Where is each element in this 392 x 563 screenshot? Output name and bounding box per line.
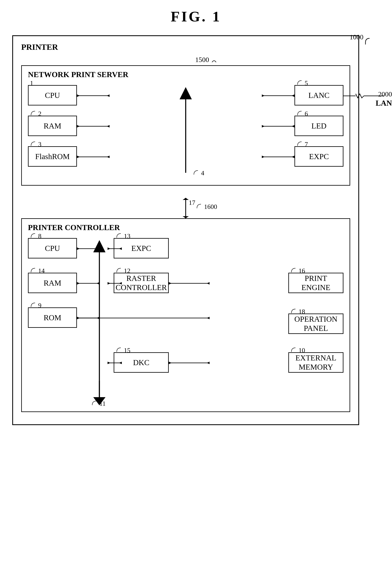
svg-marker-13 [262, 94, 265, 97]
svg-marker-30 [96, 247, 99, 250]
svg-marker-8 [107, 125, 110, 128]
ref-5: 5 [297, 79, 308, 87]
ref-3: 3 [30, 141, 41, 148]
ref-17: 17 [189, 199, 195, 206]
svg-marker-38 [107, 247, 110, 250]
svg-marker-14 [292, 94, 294, 97]
svg-marker-29 [77, 247, 80, 250]
ref-15: 15 [116, 346, 131, 354]
svg-marker-44 [107, 362, 110, 364]
svg-marker-47 [169, 282, 172, 284]
svg-marker-16 [262, 125, 265, 128]
pc-dkc-box: DKC [114, 352, 169, 373]
lanc-bus-arrow [262, 94, 294, 98]
svg-marker-20 [292, 156, 294, 158]
ref-6: 6 [297, 110, 308, 117]
nps-label: NETWORK PRINT SERVER [28, 70, 343, 79]
svg-marker-19 [262, 156, 265, 158]
flashrom-bus-arrow [77, 155, 110, 159]
pc-ram-bus-arrow [77, 281, 99, 285]
nps-cpu-box: CPU [28, 85, 77, 105]
pc-print-engine-box: PRINTENGINE [288, 273, 343, 293]
ref-13: 13 [116, 232, 131, 240]
ref-9: 9 [30, 302, 41, 309]
pc-section: PRINTER CONTROLLER 8 CPU 14 RAM [21, 218, 350, 412]
nps-bus-arrow [178, 85, 194, 173]
pc-down-arrow [91, 381, 107, 405]
ref-16: 16 [290, 267, 305, 275]
printer-label: PRINTER [21, 42, 350, 52]
pc-rom-box: ROM [28, 307, 77, 328]
svg-marker-45 [119, 362, 122, 364]
cpu-bus-arrow [77, 94, 110, 98]
ref-1500: 1500 [195, 56, 209, 64]
rom-opanel-arrow [77, 316, 209, 320]
ref-14: 14 [30, 267, 45, 275]
pc-external-memory-box: EXTERNALMEMORY [288, 352, 343, 373]
ref-4: 4 [193, 169, 204, 177]
bus-dkc-arrow [107, 361, 122, 365]
nps-expc-box: EXPC [294, 146, 343, 167]
pc-label: PRINTER CONTROLLER [28, 223, 343, 232]
bus-raster-arrow [107, 281, 122, 285]
pc-ram-box: RAM [28, 273, 77, 293]
svg-marker-50 [77, 317, 80, 319]
pc-cpu-bus-arrow [77, 247, 99, 251]
printer-box: PRINTER 1500 NETWORK PRINT SERVER 1 CPU [12, 35, 359, 425]
ref-12: 12 [116, 267, 131, 275]
svg-marker-2 [180, 87, 192, 99]
svg-marker-17 [292, 125, 294, 128]
ref-1600: 1600 [196, 203, 217, 211]
ref-1: 1 [30, 79, 33, 87]
svg-marker-24 [183, 216, 189, 218]
svg-marker-41 [107, 282, 110, 284]
svg-marker-10 [77, 156, 80, 158]
nps-section: NETWORK PRINT SERVER 1 CPU 2 RAM [21, 65, 350, 186]
svg-marker-25 [183, 198, 189, 200]
bus-expc-arrow [107, 247, 122, 251]
expc-nps-bus-arrow [262, 155, 294, 159]
svg-marker-54 [207, 362, 209, 364]
led-bus-arrow [262, 124, 294, 128]
ref-10: 10 [290, 346, 305, 354]
lan-connection-line [343, 93, 384, 99]
svg-marker-11 [107, 156, 110, 158]
pc-cpu-box: CPU [28, 238, 77, 258]
svg-marker-48 [207, 282, 209, 284]
nps-flashrom-box: FlashROM [28, 146, 77, 167]
svg-marker-42 [119, 282, 122, 284]
pc-raster-controller-box: RASTERCONTROLLER [114, 273, 169, 293]
lan-label: LAN [376, 99, 392, 107]
pc-operation-panel-box: OPERATIONPANEL [288, 314, 343, 334]
ref-2: 2 [30, 110, 41, 117]
svg-marker-39 [119, 247, 122, 250]
raster-print-arrow [169, 281, 209, 285]
svg-marker-33 [96, 282, 99, 284]
pc-expc-box: EXPC [114, 238, 169, 258]
ram-bus-arrow-nps [77, 124, 110, 128]
svg-marker-4 [77, 94, 80, 97]
svg-marker-51 [207, 317, 209, 319]
dkc-extmem-arrow [169, 361, 209, 365]
ref-7: 7 [297, 141, 308, 148]
page-title: FIG. 1 [170, 8, 221, 25]
nps-lanc-box: LANC [294, 85, 343, 105]
nps-ram-box: RAM [28, 116, 77, 136]
svg-marker-7 [77, 125, 80, 128]
svg-marker-32 [77, 282, 80, 284]
ref-18: 18 [290, 308, 305, 315]
svg-marker-53 [169, 362, 172, 364]
svg-marker-5 [107, 94, 110, 97]
ref-8: 8 [30, 232, 41, 240]
nps-led-box: LED [294, 116, 343, 136]
svg-marker-56 [93, 397, 105, 405]
